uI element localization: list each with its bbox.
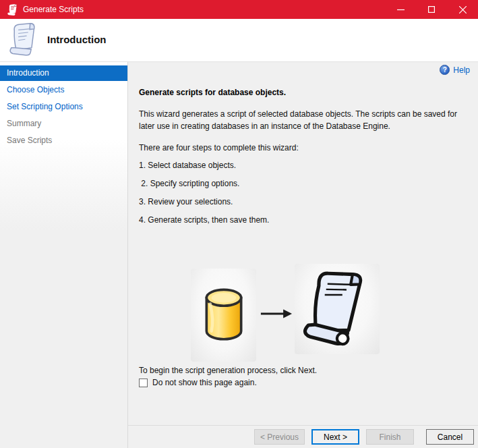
dont-show-row: Do not show this page again. [139,378,257,387]
database-cylinder-icon [202,285,246,345]
steps-title: There are four steps to complete this wi… [139,143,299,152]
maximize-button[interactable] [416,0,447,19]
scroll-app-icon [6,3,18,16]
content-heading: Generate scripts for database objects. [139,88,286,97]
sidebar-item-choose-objects[interactable]: Choose Objects [0,82,127,99]
next-button[interactable]: Next > [311,429,359,445]
script-scroll-icon [302,270,372,348]
step-2: 2. Specify scripting options. [139,179,239,188]
sidebar-item-set-scripting-options[interactable]: Set Scripting Options [0,99,127,115]
cancel-button[interactable]: Cancel [426,429,474,445]
help-icon: ? [440,65,450,75]
titlebar[interactable]: Generate Scripts [0,0,478,19]
step-3: 3. Review your selections. [139,197,233,206]
dont-show-again-label: Do not show this page again. [152,378,257,387]
scroll-page-icon [7,22,37,58]
step-1: 1. Select database objects. [139,161,236,170]
help-link[interactable]: ? Help [440,65,470,75]
right-arrow-icon [260,308,293,320]
sidebar-item-introduction[interactable]: Introduction [0,65,127,81]
sidebar-item-save-scripts: Save Scripts [0,132,127,149]
database-graphic-tile [191,269,256,362]
step-4: 4. Generate scripts, then save them. [139,215,269,225]
window-title: Generate Scripts [23,5,84,14]
help-label: Help [453,65,470,75]
close-button[interactable] [447,0,478,19]
wizard-page-header: Introduction [0,19,478,62]
sidebar-item-summary: Summary [0,115,127,132]
wizard-steps-sidebar: Introduction Choose Objects Set Scriptin… [0,62,128,448]
intro-paragraph: This wizard generates a script of select… [139,108,464,132]
finish-button: Finish [366,429,414,445]
minimize-button[interactable] [385,0,416,19]
page-title: Introduction [47,34,106,45]
wizard-content-pane: ? Help Generate scripts for database obj… [128,62,478,425]
script-graphic-tile [295,264,380,354]
wizard-button-bar: < Previous Next > Finish Cancel [128,425,478,448]
begin-note: To begin the script generation process, … [139,366,317,375]
dont-show-again-checkbox[interactable] [139,379,148,387]
generate-scripts-wizard-window: Generate Scripts Introduction Int [0,0,478,448]
previous-button: < Previous [254,429,305,445]
